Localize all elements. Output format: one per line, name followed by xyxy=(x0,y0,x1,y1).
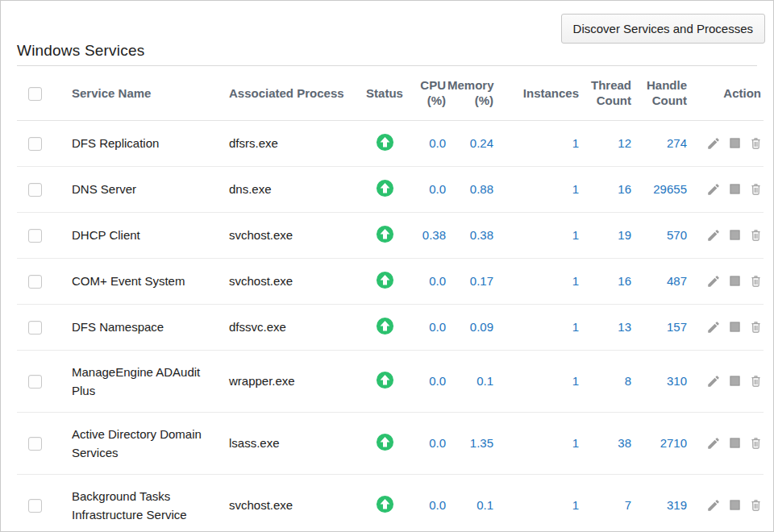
stop-square-icon[interactable] xyxy=(729,229,741,241)
row-checkbox[interactable] xyxy=(28,137,42,151)
thread-count-cell: 7 xyxy=(580,474,633,532)
status-cell xyxy=(362,304,407,350)
action-cell xyxy=(689,166,764,212)
page-title: Windows Services xyxy=(17,42,144,60)
header-row: Service Name Associated Process Status C… xyxy=(17,66,764,120)
column-header-cpu: CPU (%) xyxy=(407,66,447,120)
handle-header-line2: Count xyxy=(633,93,687,108)
action-icons xyxy=(689,498,764,513)
instances-value-cell: 1 xyxy=(495,304,580,350)
associated-process-cell: dfssvc.exe xyxy=(217,304,362,350)
header-select-cell xyxy=(17,66,52,120)
row-checkbox[interactable] xyxy=(28,229,42,243)
cpu-value-cell: 0.0 xyxy=(407,350,447,412)
services-table-body: DFS Replication dfsrs.exe 0.0 0.24 1 12 … xyxy=(17,120,764,532)
trash-icon[interactable] xyxy=(749,228,763,243)
status-cell xyxy=(362,120,407,166)
cpu-value-cell: 0.0 xyxy=(407,412,447,474)
row-checkbox[interactable] xyxy=(28,275,42,289)
handle-count-cell: 319 xyxy=(633,474,689,532)
stop-square-icon[interactable] xyxy=(729,321,741,333)
cpu-header-line2: (%) xyxy=(407,93,446,108)
row-checkbox[interactable] xyxy=(28,321,42,335)
up-arrow-circle-icon xyxy=(376,271,394,289)
memory-value-cell: 0.1 xyxy=(447,474,495,532)
row-select-cell xyxy=(17,258,52,304)
stop-square-icon[interactable] xyxy=(729,275,741,287)
row-checkbox[interactable] xyxy=(28,437,42,451)
service-table-row: Background Tasks Infrastructure Service … xyxy=(17,474,764,532)
row-checkbox[interactable] xyxy=(28,499,42,513)
trash-icon[interactable] xyxy=(749,320,763,335)
instances-value-cell: 1 xyxy=(495,258,580,304)
stop-square-icon[interactable] xyxy=(729,499,741,511)
stop-square-icon[interactable] xyxy=(729,437,741,449)
service-name-cell: DFS Namespace xyxy=(52,304,217,350)
thread-count-cell: 8 xyxy=(580,350,633,412)
memory-value-cell: 0.38 xyxy=(447,212,495,258)
handle-count-cell: 310 xyxy=(633,350,689,412)
row-checkbox[interactable] xyxy=(28,183,42,197)
row-select-cell xyxy=(17,474,52,532)
thread-count-cell: 12 xyxy=(580,120,633,166)
column-header-associated-process: Associated Process xyxy=(217,66,362,120)
cpu-value-cell: 0.0 xyxy=(407,258,447,304)
memory-header-line2: (%) xyxy=(447,93,493,108)
thread-count-cell: 16 xyxy=(580,258,633,304)
service-table-row: DHCP Client svchost.exe 0.38 0.38 1 19 5… xyxy=(17,212,764,258)
thread-header-line1: Thread xyxy=(580,77,631,93)
action-cell xyxy=(689,304,764,350)
cpu-value-cell: 0.0 xyxy=(407,304,447,350)
memory-value-cell: 0.17 xyxy=(447,258,495,304)
select-all-checkbox[interactable] xyxy=(28,87,42,101)
trash-icon[interactable] xyxy=(749,498,763,513)
handle-count-cell: 487 xyxy=(633,258,689,304)
discover-services-button[interactable]: Discover Services and Processes xyxy=(561,14,765,44)
table-header: Service Name Associated Process Status C… xyxy=(17,66,764,120)
page-header: Discover Services and Processes Windows … xyxy=(17,1,757,66)
trash-icon[interactable] xyxy=(749,436,763,451)
row-select-cell xyxy=(17,120,52,166)
cpu-value-cell: 0.0 xyxy=(407,166,447,212)
thread-count-cell: 13 xyxy=(580,304,633,350)
row-checkbox[interactable] xyxy=(28,375,42,389)
row-select-cell xyxy=(17,412,52,474)
stop-square-icon[interactable] xyxy=(729,375,741,387)
pencil-icon[interactable] xyxy=(706,274,721,289)
memory-value-cell: 1.35 xyxy=(447,412,495,474)
trash-icon[interactable] xyxy=(749,274,763,289)
status-cell xyxy=(362,166,407,212)
pencil-icon[interactable] xyxy=(706,136,721,151)
pencil-icon[interactable] xyxy=(706,436,721,451)
column-header-status: Status xyxy=(362,66,407,120)
instances-value-cell: 1 xyxy=(495,120,580,166)
action-cell xyxy=(689,474,764,532)
up-arrow-circle-icon xyxy=(376,133,394,152)
trash-icon[interactable] xyxy=(749,182,763,197)
up-arrow-circle-icon xyxy=(376,225,394,243)
pencil-icon[interactable] xyxy=(706,498,721,513)
handle-count-cell: 274 xyxy=(633,120,689,166)
pencil-icon[interactable] xyxy=(706,320,721,335)
status-cell xyxy=(362,474,407,532)
handle-count-cell: 29655 xyxy=(633,166,689,212)
associated-process-cell: dns.exe xyxy=(217,166,362,212)
trash-icon[interactable] xyxy=(749,374,763,389)
instances-value-cell: 1 xyxy=(495,350,580,412)
stop-square-icon[interactable] xyxy=(729,183,741,195)
trash-icon[interactable] xyxy=(749,136,763,151)
pencil-icon[interactable] xyxy=(706,182,721,197)
column-header-service-name: Service Name xyxy=(52,66,217,120)
pencil-icon[interactable] xyxy=(706,228,721,243)
stop-square-icon[interactable] xyxy=(729,137,741,149)
up-arrow-circle-icon xyxy=(376,495,394,513)
service-name-cell: DNS Server xyxy=(52,166,217,212)
thread-count-cell: 38 xyxy=(580,412,633,474)
pencil-icon[interactable] xyxy=(706,374,721,389)
memory-value-cell: 0.88 xyxy=(447,166,495,212)
row-select-cell xyxy=(17,166,52,212)
cpu-value-cell: 0.38 xyxy=(407,212,447,258)
up-arrow-circle-icon xyxy=(376,371,394,389)
action-cell xyxy=(689,120,764,166)
associated-process-cell: dfsrs.exe xyxy=(217,120,362,166)
